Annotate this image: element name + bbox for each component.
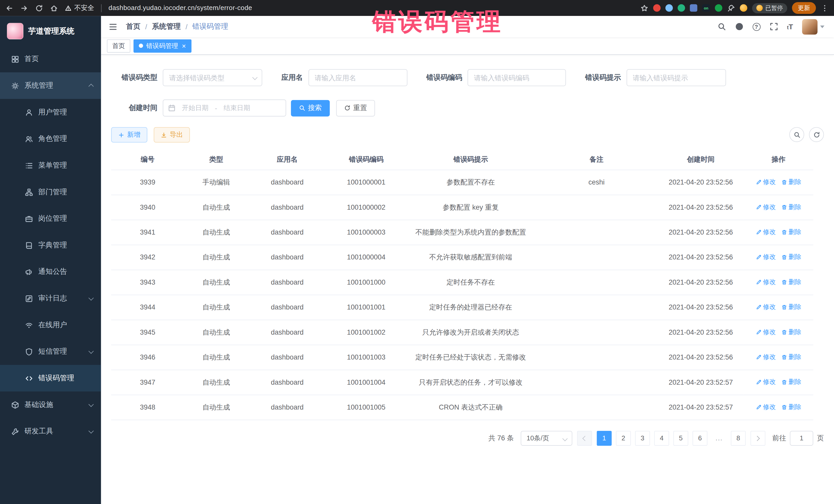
next-page-button[interactable]: [751, 431, 766, 446]
end-date-input[interactable]: [220, 104, 254, 112]
cell-type: 自动生成: [184, 320, 248, 345]
paw-extension-icon[interactable]: [715, 4, 722, 12]
toggle-search-button[interactable]: [789, 127, 804, 142]
help-icon[interactable]: ?: [752, 23, 760, 30]
browser-update-button[interactable]: 更新: [792, 2, 816, 14]
sidebar-item-6[interactable]: 岗位管理: [0, 205, 101, 232]
red-extension-icon[interactable]: [653, 4, 660, 12]
edit-link[interactable]: 修改: [755, 227, 776, 237]
delete-link[interactable]: 删除: [781, 202, 802, 212]
cell-remark: [535, 245, 658, 270]
delete-link[interactable]: 删除: [781, 277, 802, 287]
chevron-up-icon: [88, 84, 93, 89]
tab-error-code[interactable]: 错误码管理 ×: [133, 39, 191, 52]
page-button-3[interactable]: 3: [635, 431, 650, 446]
goto-page-input[interactable]: [790, 431, 813, 446]
browser-home-button[interactable]: [50, 4, 58, 12]
cell-actions: 修改删除: [744, 320, 813, 345]
add-button[interactable]: 新增: [111, 127, 147, 143]
cell-id: 3940: [111, 195, 184, 220]
error-type-select[interactable]: [163, 69, 262, 86]
user-menu[interactable]: [802, 19, 825, 35]
app-name-input[interactable]: [308, 69, 407, 86]
sidebar-item-3[interactable]: 角色管理: [0, 126, 101, 152]
delete-link[interactable]: 删除: [781, 352, 802, 361]
profile-emoji-icon[interactable]: [740, 4, 747, 12]
grid-extension-icon[interactable]: [690, 4, 697, 12]
delete-link[interactable]: 删除: [781, 377, 802, 387]
sidebar-item-7[interactable]: 字典管理: [0, 232, 101, 259]
extensions-pin-icon[interactable]: [727, 4, 735, 12]
page-button-5[interactable]: 5: [673, 431, 688, 446]
sidebar-collapse-icon[interactable]: [109, 22, 117, 31]
search-button[interactable]: 搜索: [291, 100, 330, 116]
error-code-input[interactable]: [467, 69, 566, 86]
sidebar-item-12[interactable]: 错误码管理: [0, 365, 101, 392]
export-button[interactable]: 导出: [154, 127, 190, 143]
page-size-select[interactable]: [521, 431, 572, 446]
refresh-table-button[interactable]: [809, 127, 824, 142]
page-button-6[interactable]: 6: [693, 431, 707, 446]
browser-back-button[interactable]: [5, 4, 13, 12]
pager-ellipsis[interactable]: ...: [711, 431, 726, 446]
delete-link[interactable]: 删除: [781, 402, 802, 412]
sidebar-item-label: 审计日志: [38, 293, 84, 303]
edit-link[interactable]: 修改: [755, 252, 776, 262]
font-size-icon[interactable]: tT: [787, 23, 793, 30]
sidebar-item-4[interactable]: 菜单管理: [0, 152, 101, 179]
edit-link[interactable]: 修改: [755, 277, 776, 287]
edit-link[interactable]: 修改: [755, 177, 776, 187]
edit-link[interactable]: 修改: [755, 302, 776, 311]
sidebar-item-13[interactable]: 基础设施: [0, 392, 101, 418]
error-hint-input[interactable]: [627, 69, 726, 86]
breadcrumb-system[interactable]: 系统管理: [152, 22, 181, 31]
bookmark-star-icon[interactable]: [640, 4, 649, 12]
delete-link[interactable]: 删除: [781, 177, 802, 187]
blue-extension-icon[interactable]: [665, 4, 673, 12]
sidebar-item-9[interactable]: 审计日志: [0, 285, 101, 312]
green-extension-icon[interactable]: [678, 4, 685, 12]
edit-link[interactable]: 修改: [755, 202, 776, 212]
edit-link[interactable]: 修改: [755, 377, 776, 387]
page-button-2[interactable]: 2: [616, 431, 631, 446]
sidebar-item-8[interactable]: 通知公告: [0, 258, 101, 285]
delete-link[interactable]: 删除: [781, 227, 802, 237]
sidebar-item-0[interactable]: 首页: [0, 46, 101, 72]
url-bar[interactable]: dashboard.yudao.iocoder.cn/system/error-…: [109, 4, 252, 12]
edit-link[interactable]: 修改: [755, 327, 776, 337]
security-label: 不安全: [74, 3, 94, 12]
delete-link[interactable]: 删除: [781, 252, 802, 262]
sidebar-item-5[interactable]: 部门管理: [0, 179, 101, 205]
sidebar-item-2[interactable]: 用户管理: [0, 99, 101, 126]
delete-link[interactable]: 删除: [781, 302, 802, 311]
github-icon[interactable]: [735, 22, 743, 31]
delete-link[interactable]: 删除: [781, 327, 802, 337]
sidebar-item-11[interactable]: 短信管理: [0, 338, 101, 365]
paused-chip-icon: [756, 5, 763, 11]
prev-page-button[interactable]: [577, 431, 592, 446]
security-indicator[interactable]: 不安全: [65, 3, 94, 12]
date-range-picker[interactable]: -: [163, 100, 286, 116]
tab-home[interactable]: 首页: [107, 39, 130, 52]
start-date-input[interactable]: [178, 104, 212, 112]
page-button-4[interactable]: 4: [654, 431, 669, 446]
sidebar-item-1[interactable]: 系统管理: [0, 72, 101, 99]
fullscreen-icon[interactable]: [769, 22, 778, 31]
page-button-1[interactable]: 1: [597, 431, 612, 446]
sidebar-item-14[interactable]: 研发工具: [0, 418, 101, 445]
browser-refresh-button[interactable]: [35, 4, 43, 12]
page-button-8[interactable]: 8: [731, 431, 746, 446]
edit-link[interactable]: 修改: [755, 402, 776, 412]
header-search-icon[interactable]: [717, 22, 726, 31]
reset-button[interactable]: 重置: [336, 100, 375, 116]
edit-link[interactable]: 修改: [755, 352, 776, 361]
trash-icon: [781, 254, 787, 260]
sidebar-item-10[interactable]: 在线用户: [0, 312, 101, 338]
on-badge-extension-icon[interactable]: on: [702, 4, 710, 12]
paused-chip[interactable]: 已暂停: [752, 3, 787, 13]
close-tab-icon[interactable]: ×: [182, 42, 186, 49]
breadcrumb-home[interactable]: 首页: [126, 22, 140, 31]
browser-forward-button[interactable]: [20, 4, 28, 12]
browser-menu-icon[interactable]: [821, 4, 829, 12]
breadcrumb-separator: /: [145, 23, 147, 30]
